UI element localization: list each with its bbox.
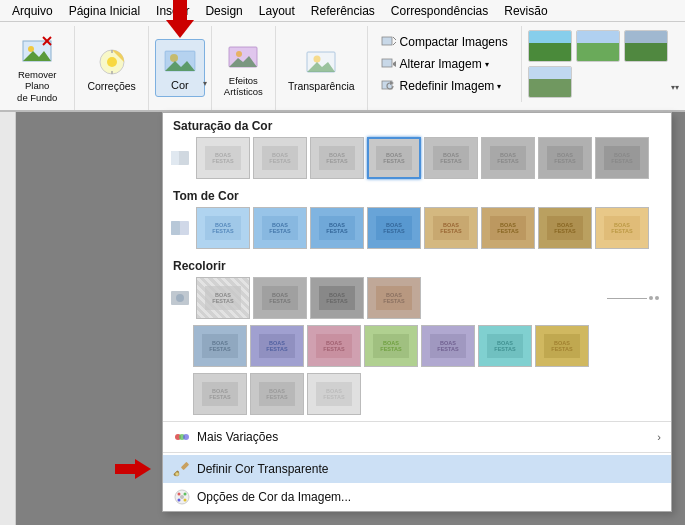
recolorir-swatch-3[interactable]: BOASFESTAS: [367, 277, 421, 319]
color-label: Cor: [171, 79, 189, 92]
recolorir-swatch-5[interactable]: BOASFESTAS: [250, 325, 304, 367]
color-button[interactable]: Cor: [155, 39, 205, 96]
menu-layout[interactable]: Layout: [251, 2, 303, 20]
recolorir-swatch-13[interactable]: BOASFESTAS: [307, 373, 361, 415]
corrections-button[interactable]: Correções: [81, 41, 141, 96]
recolorir-swatch-2[interactable]: BOASFESTAS: [310, 277, 364, 319]
tom-title: Tom de Cor: [163, 183, 671, 205]
menu-correspondencias[interactable]: Correspondências: [383, 2, 496, 20]
svg-point-43: [178, 499, 181, 502]
color-icon: [162, 43, 198, 79]
ribbon-group-artistic: EfeitosArtísticos ▾: [212, 26, 276, 110]
compact-label: Compactar Imagens: [400, 35, 508, 49]
compact-icon: [381, 34, 397, 50]
tom-swatch-6[interactable]: BOASFESTAS: [538, 207, 592, 249]
ribbon-thumb-1[interactable]: [528, 30, 572, 62]
artistic-button[interactable]: EfeitosArtísticos: [218, 36, 269, 101]
saturacao-row: BOASFESTAS BOASFESTAS BOASFESTAS BOASFES…: [163, 135, 671, 183]
recolorir-swatch-0[interactable]: BOASFESTAS: [196, 277, 250, 319]
svg-rect-29: [171, 151, 179, 165]
tom-swatch-3[interactable]: BOASFESTAS: [367, 207, 421, 249]
recolorir-swatch-11[interactable]: BOASFESTAS: [193, 373, 247, 415]
definir-cor-transparente-item[interactable]: Definir Cor Transparente: [163, 455, 671, 483]
eyedropper-icon: [173, 460, 191, 478]
saturacao-swatch-0[interactable]: BOASFESTAS: [196, 137, 250, 179]
svg-line-23: [393, 37, 396, 40]
corrections-label: Correções: [87, 80, 135, 93]
saturacao-swatch-1[interactable]: BOASFESTAS: [253, 137, 307, 179]
corrections-icon: [94, 44, 130, 80]
transparency-button[interactable]: Transparência: [282, 41, 361, 96]
compact-images-button[interactable]: Compactar Imagens: [376, 32, 513, 52]
recolorir-swatch-12[interactable]: BOASFESTAS: [250, 373, 304, 415]
recolorir-swatch-10[interactable]: BOASFESTAS: [535, 325, 589, 367]
remove-background-button[interactable]: Remover Planode Fundo: [6, 30, 68, 106]
menu-design[interactable]: Design: [197, 2, 250, 20]
ribbon: Remover Planode Fundo Correções: [0, 22, 685, 112]
tom-swatch-0[interactable]: BOASFESTAS: [196, 207, 250, 249]
svg-point-41: [178, 493, 181, 496]
tom-icon: [171, 219, 189, 237]
artistic-icon: [225, 39, 261, 75]
mais-variacoes-item[interactable]: Mais Variações ›: [163, 424, 671, 450]
svg-point-19: [314, 55, 321, 62]
transparency-icon: [303, 44, 339, 80]
saturacao-swatch-6[interactable]: BOASFESTAS: [538, 137, 592, 179]
alter-chevron: ▾: [485, 60, 489, 69]
saturacao-swatch-3[interactable]: BOASFESTAS: [367, 137, 421, 179]
recolorir-swatch-1[interactable]: BOASFESTAS: [253, 277, 307, 319]
recolorir-row3: BOASFESTAS BOASFESTAS BOASFESTAS: [163, 371, 671, 419]
redefine-label: Redefinir Imagem: [400, 79, 495, 93]
saturacao-swatch-4[interactable]: BOASFESTAS: [424, 137, 478, 179]
ribbon-thumb-3[interactable]: [624, 30, 668, 62]
mais-variacoes-label: Mais Variações: [197, 430, 278, 444]
saturacao-icon: [171, 149, 189, 167]
tom-swatch-4[interactable]: BOASFESTAS: [424, 207, 478, 249]
tom-swatch-7[interactable]: BOASFESTAS: [595, 207, 649, 249]
recolorir-swatch-4[interactable]: BOASFESTAS: [193, 325, 247, 367]
menu-pagina-inicial[interactable]: Página Inicial: [61, 2, 148, 20]
alter-label: Alterar Imagem: [400, 57, 482, 71]
divider-1: [163, 421, 671, 422]
menu-referencias[interactable]: Referências: [303, 2, 383, 20]
menu-arquivo[interactable]: Arquivo: [4, 2, 61, 20]
ribbon-group-corrections: Correções: [75, 26, 148, 110]
svg-point-42: [184, 493, 187, 496]
redefine-chevron: ▾: [497, 82, 501, 91]
redefine-image-button[interactable]: Redefinir Imagem ▾: [376, 76, 513, 96]
vertical-ruler: [0, 112, 16, 525]
tom-swatch-5[interactable]: BOASFESTAS: [481, 207, 535, 249]
recolorir-row1: BOASFESTAS BOASFESTAS BOASFESTAS BOASFES…: [163, 275, 671, 323]
remove-background-label: Remover Planode Fundo: [12, 69, 62, 103]
recolorir-icon: [171, 289, 189, 307]
menu-revisao[interactable]: Revisão: [496, 2, 555, 20]
saturacao-swatch-7[interactable]: BOASFESTAS: [595, 137, 649, 179]
color-dropdown-panel: Saturação da Cor BOASFESTAS BOASFESTAS B…: [162, 112, 672, 512]
alter-image-button[interactable]: Alterar Imagem ▾: [376, 54, 513, 74]
recolorir-swatch-8[interactable]: BOASFESTAS: [421, 325, 475, 367]
svg-point-33: [176, 294, 184, 302]
ribbon-thumb-4[interactable]: [528, 66, 572, 98]
transparency-label: Transparência: [288, 80, 355, 93]
divider-2: [163, 452, 671, 453]
recolorir-swatch-6[interactable]: BOASFESTAS: [307, 325, 361, 367]
palette-icon: [173, 488, 191, 506]
svg-point-45: [180, 495, 184, 499]
tom-row: BOASFESTAS BOASFESTAS BOASFESTAS BOASFES…: [163, 205, 671, 253]
alter-icon: [381, 56, 397, 72]
saturacao-swatch-5[interactable]: BOASFESTAS: [481, 137, 535, 179]
svg-rect-22: [382, 37, 392, 45]
svg-rect-25: [382, 59, 392, 67]
recolorir-swatch-7[interactable]: BOASFESTAS: [364, 325, 418, 367]
remove-bg-icon: [19, 33, 55, 69]
ribbon-thumb-2[interactable]: [576, 30, 620, 62]
recolorir-title: Recolorir: [163, 253, 671, 275]
opcoes-cor-imagem-item[interactable]: Opções de Cor da Imagem...: [163, 483, 671, 511]
svg-rect-31: [171, 221, 180, 235]
saturacao-swatch-2[interactable]: BOASFESTAS: [310, 137, 364, 179]
recolorir-swatch-9[interactable]: BOASFESTAS: [478, 325, 532, 367]
tom-swatch-1[interactable]: BOASFESTAS: [253, 207, 307, 249]
svg-rect-17: [229, 47, 257, 67]
svg-line-24: [393, 42, 396, 45]
tom-swatch-2[interactable]: BOASFESTAS: [310, 207, 364, 249]
